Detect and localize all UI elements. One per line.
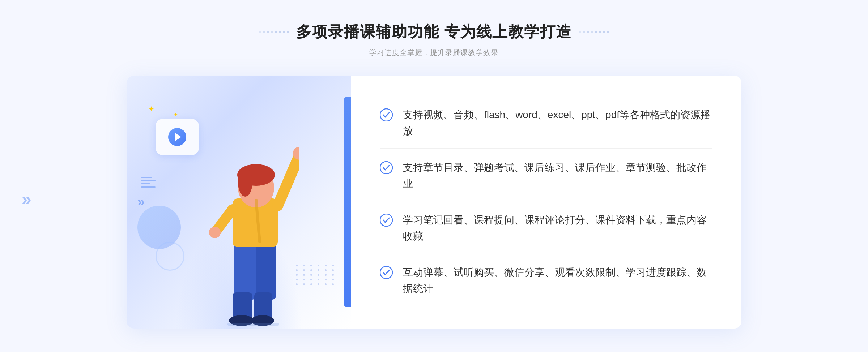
blue-bar [344,97,351,307]
chevrons-left: » [137,194,145,210]
sparkle-2: ✦ [174,112,178,117]
feature-item-3: 学习笔记回看、课程提问、课程评论打分、课件资料下载，重点内容收藏 [380,203,712,254]
svg-point-19 [380,266,392,279]
check-icon-3 [380,214,393,227]
feature-text-4: 互动弹幕、试听购买、微信分享、观看次数限制、学习进度跟踪、数据统计 [403,265,712,297]
feature-text-1: 支持视频、音频、flash、word、excel、ppt、pdf等各种格式的资源… [403,107,712,139]
title-decoration-right [579,31,609,33]
check-icon-1 [380,108,393,121]
check-icon-4 [380,266,393,279]
title-decoration-left [259,31,289,33]
svg-point-5 [238,168,252,197]
svg-line-8 [216,209,233,231]
sub-title: 学习进度全掌握，提升录播课教学效果 [259,48,609,57]
lines-decoration [141,177,156,190]
feature-item-1: 支持视频、音频、flash、word、excel、ppt、pdf等各种格式的资源… [380,98,712,149]
svg-rect-0 [234,242,256,300]
content-card: ✦ ✦ [127,76,741,329]
feature-item-2: 支持章节目录、弹题考试、课后练习、课后作业、章节测验、批改作业 [380,151,712,201]
play-icon [168,128,186,146]
svg-point-9 [209,227,221,238]
page-container: 多项录播课辅助功能 专为线上教学打造 学习进度全掌握，提升录播课教学效果 [0,0,868,352]
features-area: 支持视频、音频、flash、word、excel、ppt、pdf等各种格式的资源… [351,76,741,329]
main-title-row: 多项录播课辅助功能 专为线上教学打造 [259,22,609,42]
feature-text-2: 支持章节目录、弹题考试、课后练习、课后作业、章节测验、批改作业 [403,160,712,192]
person-figure [198,126,299,329]
svg-point-18 [380,214,392,226]
feature-item-4: 互动弹幕、试听购买、微信分享、观看次数限制、学习进度跟踪、数据统计 [380,256,712,306]
check-icon-2 [380,161,393,174]
svg-rect-1 [256,242,276,300]
play-bubble [156,119,199,155]
header-section: 多项录播课辅助功能 专为线上教学打造 学习进度全掌握，提升录播课教学效果 [259,22,609,57]
feature-text-3: 学习笔记回看、课程提问、课程评论打分、课件资料下载，重点内容收藏 [403,212,712,245]
sparkle-1: ✦ [148,104,154,113]
page-left-chevron: » [22,189,31,209]
svg-point-17 [380,162,392,174]
svg-point-16 [380,109,392,121]
main-title: 多项录播课辅助功能 专为线上教学打造 [296,22,572,42]
illustration-area: ✦ ✦ [127,76,351,329]
svg-line-6 [278,155,299,206]
